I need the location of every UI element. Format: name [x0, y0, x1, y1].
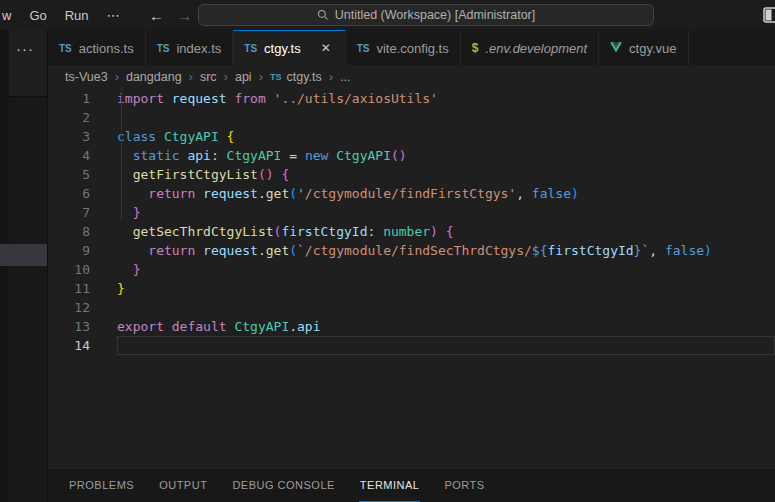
command-center-search[interactable]: Untitled (Workspace) [Administrator] [198, 4, 654, 26]
line-number: 14 [48, 336, 117, 355]
code-text: } [117, 279, 775, 298]
vscode-window: wGoRun⋯ ← → Untitled (Workspace) [Admini… [0, 0, 775, 502]
panel-tab-ports[interactable]: PORTS [443, 469, 485, 502]
code-text [117, 336, 775, 355]
code-text: return request.get(`/ctgymodule/findSecT… [117, 241, 775, 260]
code-line-6[interactable]: 6 return request.get('/ctgymodule/findFi… [48, 184, 775, 203]
line-number: 2 [48, 108, 117, 127]
code-line-12[interactable]: 12 [48, 298, 775, 317]
breadcrumb-item-api[interactable]: api [235, 70, 252, 84]
code-line-14[interactable]: 14 [48, 336, 775, 355]
editor-group: TSactions.tsTSindex.tsTSctgy.ts✕TSvite.c… [48, 30, 775, 502]
code-line-5[interactable]: 5 getFirstCtgyList() { [48, 165, 775, 184]
command-center-label: Untitled (Workspace) [Administrator] [335, 8, 536, 22]
menu-item-⋯[interactable]: ⋯ [98, 0, 129, 30]
line-number: 13 [48, 317, 117, 336]
breadcrumb-item-src[interactable]: src [200, 70, 217, 84]
breadcrumb-label: ts-Vue3 [65, 70, 108, 84]
panel-tab-debug-console[interactable]: DEBUG CONSOLE [231, 469, 335, 502]
code-line-9[interactable]: 9 return request.get(`/ctgymodule/findSe… [48, 241, 775, 260]
line-number: 12 [48, 298, 117, 317]
editor-tab-index-ts[interactable]: TSindex.ts [146, 30, 234, 65]
panel-tab-problems[interactable]: PROBLEMS [68, 469, 135, 502]
breadcrumb-label: ctgy.ts [287, 70, 322, 84]
code-text: } [117, 260, 775, 279]
menu-item-w[interactable]: w [0, 0, 20, 30]
code-line-4[interactable]: 4 static api: CtgyAPI = new CtgyAPI() [48, 146, 775, 165]
editor-tab-vite-config-ts[interactable]: TSvite.config.ts [346, 30, 461, 65]
breadcrumb-item-dangdang[interactable]: dangdang [126, 70, 182, 84]
typescript-file-icon: TS [59, 43, 72, 54]
line-number: 1 [48, 89, 117, 108]
code-editor[interactable]: 1import request from '../utils/axiosUtil… [48, 88, 775, 468]
layout-toggle-icon[interactable] [763, 7, 775, 23]
chevron-right-icon: › [115, 69, 119, 84]
code-text: getSecThrdCtgyList(firstCtgyId: number) … [117, 222, 775, 241]
code-text: getFirstCtgyList() { [117, 165, 775, 184]
code-line-1[interactable]: 1import request from '../utils/axiosUtil… [48, 89, 775, 108]
nav-forward-button[interactable]: → [171, 3, 199, 27]
line-number: 4 [48, 146, 117, 165]
sidebar-selected-item[interactable] [0, 244, 47, 266]
editor-tab-ctgy-vue[interactable]: ctgy.vue [599, 30, 688, 65]
tab-label: index.ts [176, 41, 221, 56]
code-text: export default CtgyAPI.api [117, 317, 775, 336]
menu-item-run[interactable]: Run [56, 0, 98, 30]
code-text [117, 108, 775, 127]
line-number: 3 [48, 127, 117, 146]
breadcrumb-label: src [200, 70, 217, 84]
code-text: import request from '../utils/axiosUtils… [117, 89, 775, 108]
close-icon[interactable]: ✕ [318, 41, 334, 55]
line-number: 5 [48, 165, 117, 184]
code-text: class CtgyAPI { [117, 127, 775, 146]
tab-label: vite.config.ts [376, 41, 448, 56]
vue-file-icon [610, 41, 622, 56]
breadcrumb-label: dangdang [126, 70, 182, 84]
breadcrumb-item-ts-Vue3[interactable]: ts-Vue3 [65, 70, 108, 84]
env-file-icon: $ [472, 41, 479, 55]
chevron-right-icon: › [189, 69, 193, 84]
typescript-file-icon: TS [270, 72, 282, 82]
panel-tab-output[interactable]: OUTPUT [158, 469, 208, 502]
line-number: 7 [48, 203, 117, 222]
activity-bar-edge [0, 30, 9, 502]
tab-label: .env.development [485, 41, 587, 56]
code-line-8[interactable]: 8 getSecThrdCtgyList(firstCtgyId: number… [48, 222, 775, 241]
nav-arrows: ← → [143, 3, 199, 27]
editor-tab--env-development[interactable]: $.env.development [461, 30, 599, 65]
chevron-right-icon: › [259, 69, 263, 84]
code-line-11[interactable]: 11} [48, 279, 775, 298]
code-line-2[interactable]: 2 [48, 108, 775, 127]
breadcrumb: ts-Vue3›dangdang›src›api›TSctgy.ts›... [48, 65, 775, 88]
sidebar-strip: ··· [0, 30, 48, 502]
breadcrumb-item-ctgy-ts[interactable]: TSctgy.ts [270, 70, 322, 84]
panel-tab-terminal[interactable]: TERMINAL [359, 469, 421, 502]
title-bar: wGoRun⋯ ← → Untitled (Workspace) [Admini… [0, 0, 775, 30]
typescript-file-icon: TS [357, 43, 370, 54]
typescript-file-icon: TS [157, 43, 170, 54]
line-number: 11 [48, 279, 117, 298]
code-text: static api: CtgyAPI = new CtgyAPI() [117, 146, 775, 165]
nav-back-button[interactable]: ← [143, 3, 171, 27]
code-line-3[interactable]: 3class CtgyAPI { [48, 127, 775, 146]
chevron-right-icon: › [329, 69, 333, 84]
editor-tab-actions-ts[interactable]: TSactions.ts [48, 30, 146, 65]
more-actions-icon[interactable]: ··· [12, 37, 38, 59]
breadcrumb-item--[interactable]: ... [340, 70, 350, 84]
editor-tab-ctgy-ts[interactable]: TSctgy.ts✕ [233, 30, 345, 65]
editor-tab-bar: TSactions.tsTSindex.tsTSctgy.ts✕TSvite.c… [48, 30, 775, 65]
typescript-file-icon: TS [244, 43, 257, 54]
indent-guide [121, 88, 122, 220]
breadcrumb-label: api [235, 70, 252, 84]
menu-item-go[interactable]: Go [20, 0, 55, 30]
bottom-panel: PROBLEMSOUTPUTDEBUG CONSOLETERMINALPORTS [48, 468, 775, 502]
code-line-7[interactable]: 7 } [48, 203, 775, 222]
tab-label: actions.ts [79, 41, 134, 56]
code-text: return request.get('/ctgymodule/findFirs… [117, 184, 775, 203]
code-text: } [117, 203, 775, 222]
code-line-10[interactable]: 10 } [48, 260, 775, 279]
line-number: 6 [48, 184, 117, 203]
code-line-13[interactable]: 13export default CtgyAPI.api [48, 317, 775, 336]
tab-label: ctgy.ts [264, 41, 301, 56]
line-number: 10 [48, 260, 117, 279]
